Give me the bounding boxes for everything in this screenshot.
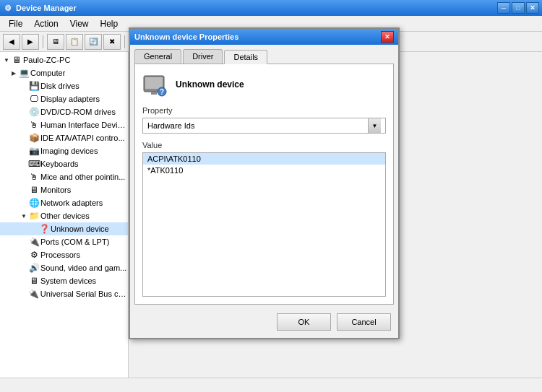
processors-expand: [20, 251, 27, 258]
tree-label-system: System devices: [40, 276, 96, 285]
sound-icon: 🔊: [29, 263, 39, 273]
tab-driver[interactable]: Driver: [183, 49, 223, 64]
system-icon: 🖥: [29, 276, 39, 286]
tree-item-network[interactable]: 🌐 Network adapters: [0, 196, 128, 209]
unknown-device-svg-icon: ?: [142, 71, 168, 97]
tree-label-network: Network adapters: [40, 199, 103, 207]
svg-rect-1: [145, 77, 163, 89]
properties-dialog: Unknown device Properties ✕ General Driv…: [129, 27, 400, 339]
tree-root[interactable]: ▼ 🖥 Paulo-ZC-PC: [0, 53, 128, 66]
ok-button[interactable]: OK: [277, 313, 331, 331]
ide-icon: 📦: [29, 133, 39, 143]
tree-item-usb[interactable]: 🔌 Universal Serial Bus co...: [0, 287, 128, 300]
tree-item-imaging[interactable]: 📷 Imaging devices: [0, 144, 128, 157]
menu-file[interactable]: File: [3, 17, 28, 30]
update-button[interactable]: 🔄: [85, 34, 102, 50]
tree-label-computer: Computer: [30, 69, 65, 77]
cancel-button[interactable]: Cancel: [337, 313, 391, 331]
property-dropdown-value: Hardware Ids: [147, 121, 194, 130]
tree-item-display[interactable]: 🖵 Display adapters: [0, 92, 128, 105]
hid-icon: 🖱: [29, 120, 39, 130]
tree-label-hid: Human Interface Devic...: [40, 121, 128, 129]
tree-label-disk: Disk drives: [40, 82, 79, 90]
tree-label-display: Display adapters: [40, 95, 100, 103]
properties-button[interactable]: 📋: [66, 34, 83, 50]
maximize-button[interactable]: □: [512, 2, 525, 14]
tree-item-monitors[interactable]: 🖥 Monitors: [0, 183, 128, 196]
display-icon: 🖵: [29, 94, 39, 104]
tree-label-dvd: DVD/CD-ROM drives: [40, 108, 116, 116]
imaging-expand: [20, 147, 27, 154]
device-icon-box: ?: [142, 71, 168, 97]
close-button[interactable]: ✕: [526, 2, 539, 14]
dialog-buttons: OK Cancel: [130, 309, 398, 338]
tree-item-processors[interactable]: ⚙ Processors: [0, 248, 128, 261]
other-icon: 📁: [29, 211, 39, 221]
network-icon: 🌐: [29, 198, 39, 208]
value-list-item-0[interactable]: ACPI\ATK0110: [143, 153, 385, 165]
usb-icon: 🔌: [29, 289, 39, 299]
value-list-item-1[interactable]: *ATK0110: [143, 165, 385, 176]
mice-expand: [20, 173, 27, 180]
uninstall-button[interactable]: ✖: [103, 34, 121, 50]
status-bar: [0, 378, 542, 392]
tree-item-hid[interactable]: 🖱 Human Interface Devic...: [0, 118, 128, 131]
tree-label-other: Other devices: [40, 212, 90, 220]
system-expand: [20, 277, 27, 284]
tree-label-mice: Mice and other pointin...: [40, 173, 125, 181]
tree-label-usb: Universal Serial Bus co...: [40, 289, 128, 298]
tree-label-imaging: Imaging devices: [40, 147, 98, 155]
app-icon: ⚙: [3, 3, 13, 13]
disk-expand: [20, 82, 27, 90]
tree-item-computer[interactable]: ▶ 💻 Computer: [0, 66, 128, 79]
ide-expand: [20, 134, 27, 141]
tree-item-ports[interactable]: 🔌 Ports (COM & LPT): [0, 235, 128, 248]
title-bar: ⚙ Device Manager ─ □ ✕: [0, 0, 542, 16]
tree-item-mice[interactable]: 🖱 Mice and other pointin...: [0, 170, 128, 183]
tree-label-ports: Ports (COM & LPT): [40, 238, 109, 246]
computer-button[interactable]: 🖥: [47, 34, 64, 50]
window-controls: ─ □ ✕: [497, 2, 539, 14]
root-expand-icon: ▼: [3, 56, 10, 64]
tree-item-sound[interactable]: 🔊 Sound, video and gam...: [0, 261, 128, 274]
tree-item-ide[interactable]: 📦 IDE ATA/ATAPI contro...: [0, 131, 128, 144]
tree-item-unknown[interactable]: ❓ Unknown device: [0, 222, 128, 235]
minimize-button[interactable]: ─: [497, 2, 510, 14]
menu-view[interactable]: View: [64, 17, 95, 30]
device-tree: ▼ 🖥 Paulo-ZC-PC ▶ 💻 Computer 💾 Disk driv…: [0, 52, 129, 378]
tab-details[interactable]: Details: [224, 50, 267, 64]
device-name: Unknown device: [176, 79, 244, 90]
toolbar-separator-2: [124, 35, 125, 48]
dropdown-arrow-icon: ▼: [368, 118, 381, 133]
property-dropdown[interactable]: Hardware Ids ▼: [142, 118, 386, 134]
tab-general[interactable]: General: [134, 49, 181, 64]
unknown-expand: [30, 225, 38, 232]
hid-expand: [20, 121, 27, 129]
tree-label-keyboards: Keyboards: [40, 160, 79, 168]
menu-help[interactable]: Help: [95, 17, 124, 30]
tree-item-keyboards[interactable]: ⌨ Keyboards: [0, 157, 128, 170]
tree-item-system[interactable]: 🖥 System devices: [0, 274, 128, 287]
computer-device-icon: 💻: [19, 68, 29, 78]
back-button[interactable]: ◀: [3, 34, 20, 50]
sound-expand: [20, 264, 27, 271]
window-title: Device Manager: [16, 4, 77, 12]
dialog-tabs: General Driver Details: [130, 45, 398, 64]
forward-button[interactable]: ▶: [22, 34, 39, 50]
ports-icon: 🔌: [29, 237, 39, 247]
imaging-icon: 📷: [29, 146, 39, 156]
menu-action[interactable]: Action: [28, 17, 64, 30]
toolbar-separator-1: [43, 35, 43, 48]
other-expand: ▼: [20, 212, 27, 219]
tree-item-dvd[interactable]: 💿 DVD/CD-ROM drives: [0, 105, 128, 118]
dialog-close-button[interactable]: ✕: [381, 31, 394, 43]
keyboards-expand: [20, 160, 27, 167]
disk-icon: 💾: [29, 81, 39, 91]
tree-item-other[interactable]: ▼ 📁 Other devices: [0, 209, 128, 222]
tree-item-disk[interactable]: 💾 Disk drives: [0, 79, 128, 92]
tab-details-content: ? Unknown device Property Hardware Ids ▼…: [134, 64, 394, 305]
tree-label-unknown: Unknown device: [51, 225, 109, 233]
tree-label-ide: IDE ATA/ATAPI contro...: [40, 134, 125, 142]
dvd-expand: [20, 108, 27, 116]
device-header: ? Unknown device: [142, 71, 386, 97]
